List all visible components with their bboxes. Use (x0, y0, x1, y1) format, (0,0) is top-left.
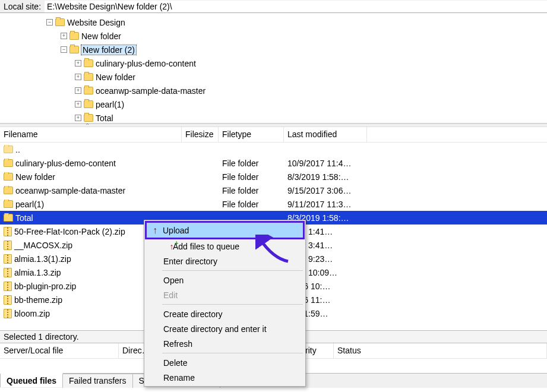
file-name: .. (15, 145, 20, 154)
folder-icon (69, 46, 79, 53)
tree-item-label: New folder (81, 31, 121, 41)
folder-icon (69, 32, 79, 40)
file-name: culinary-plus-demo-content (15, 159, 116, 168)
folder-icon (4, 159, 13, 167)
menu-label: Delete (163, 358, 187, 368)
folder-icon (4, 200, 13, 208)
menu-label: Refresh (163, 339, 192, 349)
expander-icon[interactable]: + (61, 33, 67, 39)
menu-label: Create directory (163, 309, 223, 319)
folder-icon (84, 114, 93, 122)
file-modified: 9/11/2017 11:3… (284, 200, 367, 209)
tree-item[interactable]: +New folder (30, 70, 547, 84)
zip-icon (4, 227, 12, 236)
menu-label: Create directory and enter it (163, 324, 267, 334)
local-site-input[interactable] (45, 1, 547, 12)
parent-folder-icon (4, 146, 13, 153)
folder-icon (4, 214, 13, 222)
file-modified: 9/15/2017 3:06… (284, 186, 367, 195)
expander-icon[interactable]: − (46, 19, 53, 26)
file-type: File folder (219, 159, 284, 168)
tree-item[interactable]: +New folder (30, 29, 547, 43)
menu-rename[interactable]: Rename (146, 370, 304, 385)
menu-separator (162, 270, 303, 271)
folder-icon (55, 18, 65, 26)
add-queue-icon: ↑ (167, 242, 176, 251)
menu-label: Upload (163, 226, 189, 235)
menu-create-directory[interactable]: Create directory (146, 306, 304, 321)
tree-item-label: Total (96, 113, 113, 123)
file-name: bb-theme.zip (14, 295, 62, 305)
tree-item[interactable]: +pearl(1) (30, 97, 547, 111)
zip-icon (4, 241, 12, 250)
file-name: New folder (15, 172, 55, 182)
folder-icon (84, 100, 93, 108)
tree-item-label: pearl(1) (96, 100, 124, 109)
tree-item-label: oceanwp-sample-data-master (96, 86, 205, 96)
menu-refresh[interactable]: Refresh (146, 336, 304, 351)
menu-delete[interactable]: Delete (146, 355, 304, 370)
expander-icon[interactable]: + (75, 60, 81, 67)
tree-item[interactable]: −New folder (2) (30, 43, 547, 56)
zip-icon (4, 254, 12, 264)
col-filetype[interactable]: Filetype (219, 127, 284, 142)
zip-icon (4, 309, 12, 318)
col-server-local-file[interactable]: Server/Local file (0, 343, 119, 358)
file-row[interactable]: .. (0, 143, 547, 156)
file-row[interactable]: pearl(1)File folder9/11/2017 11:3… (0, 197, 547, 211)
menu-label: Enter directory (163, 257, 217, 266)
expander-icon[interactable]: + (75, 115, 81, 121)
folder-icon (84, 59, 93, 67)
zip-icon (4, 268, 12, 277)
tab-queued-files[interactable]: Queued files (0, 373, 63, 387)
file-modified: 8/3/2019 1:58:… (284, 172, 367, 182)
menu-label: Open (163, 276, 184, 285)
tree-item[interactable]: +Total (30, 111, 547, 124)
menu-add-files-to-queue[interactable]: ↑Add files to queue (146, 239, 304, 254)
file-type: File folder (219, 186, 284, 195)
file-type: File folder (219, 172, 284, 182)
context-menu: ↑Upload↑Add files to queueEnter director… (144, 220, 306, 387)
expander-icon[interactable]: + (75, 101, 81, 108)
local-site-path-bar: Local site: (0, 0, 547, 13)
zip-icon (4, 295, 12, 305)
folder-tree[interactable]: −Website Design+New folder−New folder (2… (0, 13, 547, 124)
file-list-header: Filename Filesize Filetype Last modified (0, 127, 547, 143)
file-row[interactable]: oceanwp-sample-data-masterFile folder9/1… (0, 184, 547, 197)
folder-icon (84, 87, 93, 94)
folder-icon (4, 186, 13, 194)
menu-enter-directory[interactable]: Enter directory (146, 254, 304, 268)
tab-failed-transfers[interactable]: Failed transfers (62, 374, 132, 388)
expander-icon[interactable]: + (75, 74, 81, 80)
tree-item-label: New folder (2) (81, 45, 136, 55)
tree-item[interactable]: −Website Design (30, 15, 547, 29)
tree-item[interactable]: +oceanwp-sample-data-master (30, 84, 547, 97)
expander-icon[interactable]: − (61, 46, 67, 53)
tree-item[interactable]: +culinary-plus-demo-content (30, 56, 547, 70)
file-name: __MACOSX.zip (14, 241, 72, 250)
menu-upload[interactable]: ↑Upload (145, 221, 305, 239)
folder-icon (4, 173, 13, 181)
col-status[interactable]: Status (334, 343, 547, 358)
col-lastmodified[interactable]: Last modified (284, 127, 367, 142)
upload-icon: ↑ (150, 226, 160, 235)
col-priority[interactable]: rity (302, 343, 334, 358)
menu-open[interactable]: Open (146, 273, 304, 287)
zip-icon (4, 282, 12, 291)
tree-item-label: New folder (96, 72, 135, 82)
menu-label: Rename (163, 373, 195, 382)
menu-separator (162, 304, 303, 305)
file-row[interactable]: New folderFile folder8/3/2019 1:58:… (0, 170, 547, 184)
file-name: bloom.zip (14, 309, 50, 318)
file-name: almia.1.3(1).zip (14, 254, 71, 264)
col-filename[interactable]: Filename (0, 127, 182, 142)
splitter[interactable] (0, 124, 547, 127)
file-name: oceanwp-sample-data-master (15, 186, 125, 195)
expander-icon[interactable]: + (75, 87, 81, 94)
file-name: Total (15, 213, 33, 223)
col-filesize[interactable]: Filesize (182, 127, 219, 142)
menu-create-directory-and-enter-it[interactable]: Create directory and enter it (146, 321, 304, 336)
tree-item-label: culinary-plus-demo-content (96, 59, 196, 68)
file-row[interactable]: culinary-plus-demo-contentFile folder10/… (0, 156, 547, 170)
file-modified: 10/9/2017 11:4… (284, 159, 367, 168)
